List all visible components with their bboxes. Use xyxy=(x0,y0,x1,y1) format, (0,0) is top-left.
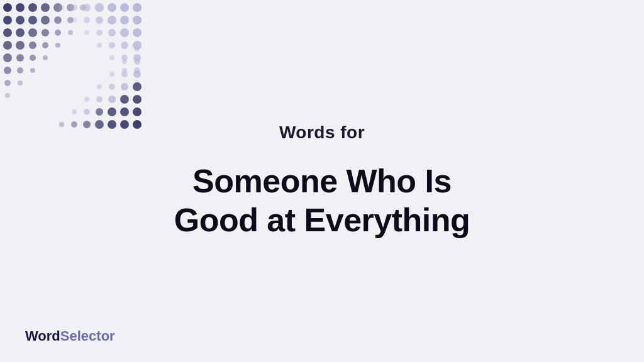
svg-point-76 xyxy=(120,95,129,104)
svg-point-77 xyxy=(108,96,116,103)
svg-point-80 xyxy=(133,82,142,91)
svg-point-78 xyxy=(96,96,103,102)
svg-point-65 xyxy=(95,120,104,129)
svg-point-81 xyxy=(121,83,128,90)
svg-point-74 xyxy=(72,109,77,114)
logo-selector: Selector xyxy=(60,328,115,344)
svg-point-67 xyxy=(71,121,77,128)
svg-point-63 xyxy=(120,120,129,129)
svg-point-86 xyxy=(109,72,114,77)
svg-point-70 xyxy=(120,107,129,116)
svg-point-83 xyxy=(97,84,102,89)
subtitle: Words for xyxy=(174,123,470,143)
logo: WordSelector xyxy=(25,328,115,344)
svg-point-66 xyxy=(83,121,91,128)
title-line2: Good at Everything xyxy=(174,202,470,238)
svg-point-62 xyxy=(133,120,142,129)
main-title: Someone Who Is Good at Everything xyxy=(174,162,470,240)
svg-point-73 xyxy=(84,109,90,115)
title-line1: Someone Who Is xyxy=(192,163,452,199)
main-content: Words for Someone Who Is Good at Everyth… xyxy=(174,123,470,240)
svg-point-75 xyxy=(133,95,142,104)
svg-point-88 xyxy=(122,59,127,64)
svg-point-79 xyxy=(84,97,89,102)
svg-point-85 xyxy=(121,71,128,77)
svg-point-89 xyxy=(135,47,140,52)
dots-bottom-right xyxy=(0,0,145,132)
svg-point-68 xyxy=(59,122,64,127)
svg-point-64 xyxy=(108,120,116,129)
svg-point-82 xyxy=(109,84,115,90)
svg-point-87 xyxy=(134,58,140,65)
svg-point-72 xyxy=(96,108,103,116)
logo-word: Word xyxy=(25,328,60,344)
svg-point-69 xyxy=(133,107,142,116)
svg-point-71 xyxy=(108,107,116,116)
svg-point-84 xyxy=(133,70,141,78)
